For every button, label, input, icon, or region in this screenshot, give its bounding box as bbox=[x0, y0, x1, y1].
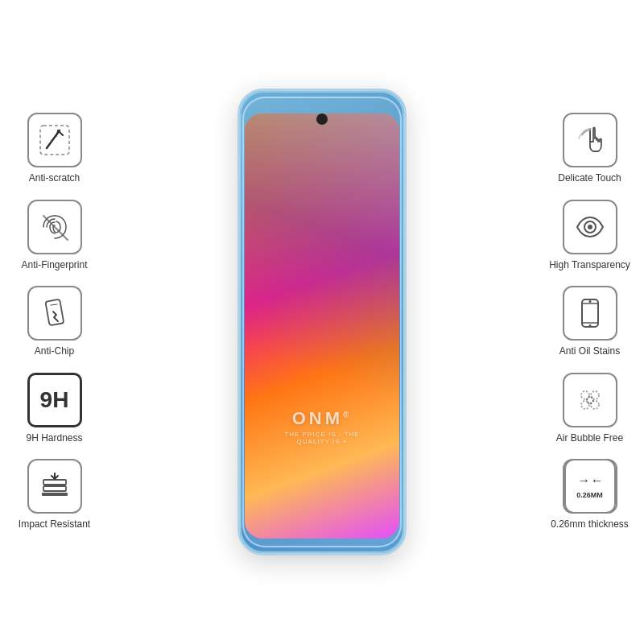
impact-icon bbox=[37, 469, 72, 504]
svg-rect-7 bbox=[43, 480, 66, 485]
feature-high-transparency: High Transparency bbox=[543, 200, 636, 272]
thickness-icon-box: → ← 0.26MM bbox=[563, 459, 617, 514]
air-bubble-label: Air Bubble Free bbox=[556, 432, 623, 445]
bubbles-icon bbox=[572, 382, 608, 418]
anti-fingerprint-label: Anti-Fingerprint bbox=[21, 259, 87, 272]
high-transparency-label: High Transparency bbox=[549, 259, 630, 272]
feature-thickness: → ← 0.26MM 0.26mm thickness bbox=[543, 459, 636, 531]
phone-wrapper: ONM® THE PRICE IS - THE QUALITY IS + bbox=[237, 89, 407, 555]
thickness-visual: → ← 0.26MM bbox=[564, 459, 616, 514]
9h-icon-box: 9H bbox=[27, 373, 82, 427]
main-container: Anti-scratch Anti-Fingerprint bbox=[0, 0, 644, 644]
brand-tagline: THE PRICE IS - THE QUALITY IS + bbox=[283, 431, 361, 445]
phone-brand: ONM® THE PRICE IS - THE QUALITY IS + bbox=[283, 408, 361, 445]
phone-outline-icon bbox=[572, 295, 608, 331]
touch-icon bbox=[572, 122, 608, 158]
anti-fingerprint-icon-box bbox=[27, 200, 82, 254]
eye-icon bbox=[572, 209, 608, 245]
svg-rect-0 bbox=[40, 126, 69, 155]
svg-point-16 bbox=[588, 324, 591, 327]
svg-point-21 bbox=[591, 401, 599, 409]
thickness-arrows-text: → ← bbox=[577, 473, 601, 488]
feature-delicate-touch: Delicate Touch bbox=[543, 113, 636, 185]
phone-screen: ONM® THE PRICE IS - THE QUALITY IS + bbox=[245, 114, 399, 539]
feature-9h-hardness: 9H 9H Hardness bbox=[8, 373, 101, 445]
9h-hardness-label: 9H Hardness bbox=[26, 432, 82, 445]
features-right: Delicate Touch High Transparency bbox=[543, 113, 636, 531]
feature-air-bubble-free: Air Bubble Free bbox=[543, 373, 636, 445]
impact-resistant-label: Impact Resistant bbox=[19, 518, 90, 531]
feature-anti-oil-stains: Anti Oil Stains bbox=[543, 286, 636, 358]
feature-anti-chip: Anti-Chip bbox=[8, 286, 101, 358]
9h-text: 9H bbox=[40, 387, 69, 413]
chip-icon bbox=[37, 295, 72, 331]
delicate-touch-icon-box bbox=[563, 113, 617, 167]
feature-anti-scratch: Anti-scratch bbox=[8, 113, 101, 185]
anti-scratch-label: Anti-scratch bbox=[29, 172, 80, 185]
brand-text: ONM bbox=[292, 408, 343, 428]
anti-oil-label: Anti Oil Stains bbox=[559, 345, 620, 358]
feature-anti-fingerprint: Anti-Fingerprint bbox=[8, 200, 101, 272]
thickness-label: 0.26mm thickness bbox=[551, 518, 629, 531]
phone: ONM® THE PRICE IS - THE QUALITY IS + bbox=[237, 89, 407, 555]
phone-notch bbox=[316, 114, 328, 125]
fingerprint-icon bbox=[37, 209, 72, 245]
anti-scratch-icon-box bbox=[27, 113, 82, 167]
anti-chip-label: Anti-Chip bbox=[35, 345, 74, 358]
svg-rect-8 bbox=[43, 486, 66, 491]
svg-line-3 bbox=[56, 130, 58, 136]
thickness-mm-value: 0.26MM bbox=[576, 491, 603, 499]
high-transparency-icon-box bbox=[563, 200, 617, 254]
svg-point-22 bbox=[587, 397, 593, 403]
screen-overlay bbox=[245, 114, 399, 539]
anti-oil-icon-box bbox=[563, 286, 617, 341]
delicate-touch-label: Delicate Touch bbox=[558, 172, 621, 185]
feature-impact-resistant: Impact Resistant bbox=[8, 459, 101, 531]
air-bubble-icon-box bbox=[563, 373, 617, 427]
screen-gradient bbox=[245, 114, 399, 539]
svg-point-18 bbox=[581, 391, 589, 399]
anti-chip-icon-box bbox=[27, 286, 82, 341]
svg-line-6 bbox=[51, 304, 57, 305]
svg-point-12 bbox=[588, 225, 592, 229]
svg-rect-10 bbox=[42, 493, 68, 496]
impact-resistant-icon-box bbox=[27, 459, 82, 514]
svg-point-17 bbox=[588, 300, 591, 303]
features-left: Anti-scratch Anti-Fingerprint bbox=[8, 113, 101, 531]
scratch-icon bbox=[37, 122, 72, 158]
